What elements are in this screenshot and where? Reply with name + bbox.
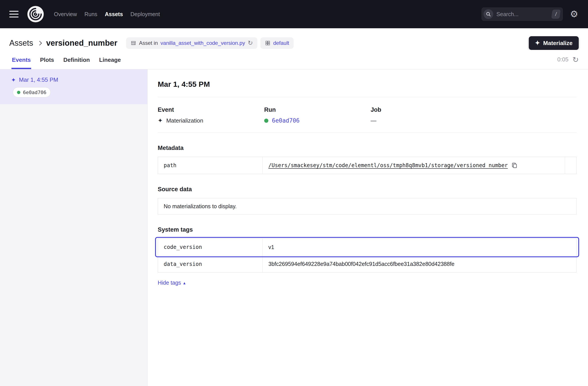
refresh-countdown: 0:05 — [557, 56, 568, 63]
materialize-label: Materialize — [543, 40, 572, 47]
caret-up-icon: ▴ — [183, 280, 186, 285]
metadata-table: path /Users/smackesey/stm/code/elementl/… — [158, 157, 577, 174]
tab-lineage[interactable]: Lineage — [99, 53, 121, 69]
system-tags-heading: System tags — [158, 226, 577, 233]
dagster-app: Overview Runs Assets Deployment / ⚙ Asse… — [0, 0, 588, 386]
global-search[interactable]: / — [482, 7, 563, 21]
metadata-path-link[interactable]: /Users/smackesey/stm/code/elementl/oss/t… — [268, 162, 508, 168]
run-id-pill[interactable]: 6e0ad706 — [13, 87, 51, 97]
asset-group-badge: default — [260, 37, 294, 49]
hide-tags-link[interactable]: Hide tags ▴ — [158, 280, 186, 286]
asset-badge-prefix: Asset in — [139, 40, 158, 46]
asset-tabs: Events Plots Definition Lineage 0:05 ↻ — [0, 50, 588, 69]
page-body: ✦ Mar 1, 4:55 PM 6e0ad706 Mar 1, 4:55 PM… — [0, 69, 588, 386]
search-icon — [483, 9, 493, 19]
summary-job-label: Job — [371, 106, 477, 113]
nav-item-runs[interactable]: Runs — [84, 11, 97, 18]
source-data-heading: Source data — [158, 186, 577, 193]
nav-item-overview[interactable]: Overview — [54, 11, 77, 18]
event-list-item[interactable]: ✦ Mar 1, 4:55 PM 6e0ad706 — [0, 69, 147, 104]
materialize-button[interactable]: ✦ Materialize — [529, 36, 579, 50]
search-shortcut-key: / — [551, 10, 561, 19]
summary-run-label: Run — [264, 106, 371, 113]
primary-nav: Overview Runs Assets Deployment — [54, 11, 160, 18]
tag-value: 3bfc269594ef649228e9a74bab00f042efc91d5a… — [263, 256, 576, 272]
tag-key: data_version — [158, 256, 263, 272]
nav-item-deployment[interactable]: Deployment — [130, 11, 160, 18]
run-id: 6e0ad706 — [23, 90, 46, 95]
system-tag-row-code-version: code_version v1 — [158, 239, 576, 256]
system-tag-row-data-version: data_version 3bfc269594ef649228e9a74bab0… — [158, 256, 576, 272]
sparkle-icon: ✦ — [535, 40, 540, 46]
breadcrumb-assets-link[interactable]: Assets — [9, 39, 33, 48]
event-timestamp: Mar 1, 4:55 PM — [19, 76, 58, 83]
hide-tags-label: Hide tags — [158, 280, 181, 286]
tag-key: code_version — [158, 239, 263, 256]
breadcrumb: Assets versioned_number — [9, 39, 117, 48]
search-input[interactable] — [496, 11, 549, 18]
dagster-logo[interactable] — [27, 5, 44, 23]
event-heading: Mar 1, 4:55 PM — [158, 80, 577, 89]
breadcrumb-chevron-icon — [37, 41, 42, 45]
materialization-icon: ✦ — [158, 118, 163, 124]
table-icon — [130, 40, 136, 46]
metadata-actions-cell — [565, 157, 576, 174]
metadata-key: path — [158, 157, 263, 174]
job-value: — — [371, 117, 477, 124]
tag-value: v1 — [263, 239, 576, 256]
event-list-sidebar: ✦ Mar 1, 4:55 PM 6e0ad706 — [0, 69, 147, 386]
page-title: versioned_number — [46, 39, 117, 48]
metadata-heading: Metadata — [158, 145, 577, 151]
run-status-dot — [17, 91, 20, 94]
gear-icon[interactable]: ⚙ — [570, 9, 578, 19]
tab-plots[interactable]: Plots — [40, 53, 55, 69]
metadata-row: path /Users/smackesey/stm/code/elementl/… — [158, 157, 576, 174]
run-status-dot — [264, 119, 268, 123]
summary-event-label: Event — [158, 106, 264, 113]
copy-icon[interactable] — [511, 162, 518, 168]
tab-events[interactable]: Events — [11, 53, 31, 69]
summary-run-column: Run 6e0ad706 — [264, 106, 371, 124]
page-header: Assets versioned_number Asset in vanilla… — [0, 28, 588, 50]
asset-group-icon — [265, 40, 271, 46]
top-nav: Overview Runs Assets Deployment / ⚙ — [0, 0, 588, 28]
divider — [158, 132, 577, 133]
event-type-value: Materialization — [166, 117, 203, 124]
tab-definition[interactable]: Definition — [63, 53, 90, 69]
materialization-sparkle-icon: ✦ — [11, 77, 16, 83]
nav-item-assets[interactable]: Assets — [105, 11, 123, 18]
system-tags-table: code_version v1 data_version 3bfc269594e… — [158, 239, 577, 272]
reload-icon[interactable]: ↻ — [248, 40, 253, 46]
asset-definition-badge: Asset in vanilla_asset_with_code_version… — [126, 37, 257, 49]
hamburger-menu-button[interactable] — [9, 9, 19, 19]
asset-group-link[interactable]: default — [273, 40, 289, 46]
run-id-link[interactable]: 6e0ad706 — [272, 117, 299, 124]
refresh-icon[interactable]: ↻ — [572, 56, 579, 63]
event-summary: Event ✦ Materialization Run 6e0ad706 Job — [158, 106, 577, 124]
summary-job-column: Job — — [371, 106, 477, 124]
source-data-empty-message: No materializations to display. — [158, 198, 577, 214]
asset-file-link[interactable]: vanilla_asset_with_code_version.py — [161, 40, 245, 46]
event-detail-panel: Mar 1, 4:55 PM Event ✦ Materialization R… — [147, 69, 588, 386]
refresh-timer: 0:05 ↻ — [557, 56, 579, 66]
summary-event-column: Event ✦ Materialization — [158, 106, 264, 124]
